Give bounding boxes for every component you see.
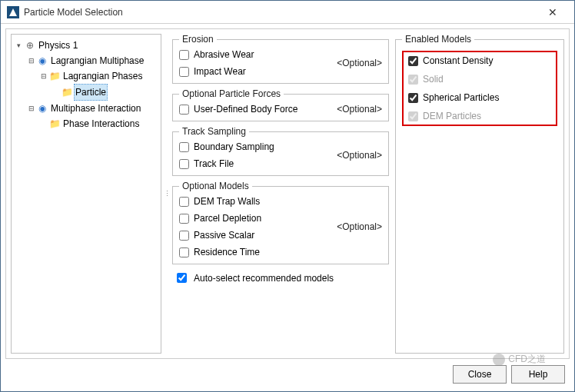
expander-icon[interactable]: ⊟ (27, 105, 35, 113)
chk-label: Constant Density (423, 55, 493, 66)
optional-tag: <Optional> (332, 221, 382, 232)
folder-icon: 📁 (61, 85, 72, 100)
chk-label: Boundary Sampling (194, 141, 274, 152)
chk-label: Abrasive Wear (194, 49, 254, 60)
checkbox[interactable] (179, 247, 189, 257)
expander-icon[interactable]: ⊟ (39, 72, 48, 81)
button-label: Help (529, 369, 548, 380)
chk-impact-wear[interactable]: Impact Wear (179, 66, 332, 77)
chk-label: User-Defined Body Force (194, 104, 297, 115)
checkbox[interactable] (179, 214, 189, 224)
chk-dem-particles: DEM Particles (408, 111, 551, 121)
group-optional-models: Optional Models DEM Trap Walls Parcel De… (172, 181, 389, 264)
chk-residence-time[interactable]: Residence Time (179, 247, 332, 257)
dialog-window: Particle Model Selection ✕ ▾ ⊕ Physics 1 (0, 0, 575, 392)
chk-solid: Solid (408, 74, 551, 85)
target-icon: ◉ (37, 53, 48, 68)
button-row: Close Help (5, 364, 570, 387)
chk-label: DEM Trap Walls (194, 196, 260, 207)
checkbox[interactable] (177, 273, 187, 283)
window-title: Particle Model Selection (24, 7, 537, 18)
close-button[interactable]: Close (453, 365, 507, 384)
chk-abrasive-wear[interactable]: Abrasive Wear (179, 49, 332, 60)
checkbox[interactable] (408, 93, 418, 103)
expander-icon[interactable]: ⊟ (27, 57, 35, 65)
content-area: ▾ ⊕ Physics 1 ⊟ ◉ Lagrangian Multiphase (1, 24, 574, 391)
group-track-sampling: Track Sampling Boundary Sampling Track F… (172, 126, 389, 176)
highlight-box: Constant Density Solid Spherical Particl… (402, 51, 557, 126)
checkbox[interactable] (179, 142, 189, 152)
folder-icon: 📁 (49, 68, 60, 84)
help-button[interactable]: Help (511, 365, 565, 384)
tree-label: Lagrangian Multiphase (49, 53, 145, 68)
chk-label: Solid (423, 74, 444, 85)
app-icon (7, 6, 19, 18)
group-legend: Track Sampling (179, 126, 249, 137)
button-label: Close (468, 369, 492, 380)
group-forces: Optional Particle Forces User-Defined Bo… (172, 88, 389, 121)
tree-item-phase-interactions[interactable]: 📁 Phase Interactions (39, 116, 159, 131)
tree-label: Phase Interactions (61, 116, 141, 131)
chk-label: Parcel Depletion (194, 213, 261, 224)
chk-label: Passive Scalar (194, 230, 254, 241)
spacer (39, 120, 48, 128)
splitter[interactable]: ⋮ (165, 34, 169, 354)
checkbox[interactable] (179, 159, 189, 169)
group-legend: Optional Models (179, 181, 252, 191)
chk-label: Track File (194, 158, 234, 169)
panels: ▾ ⊕ Physics 1 ⊟ ◉ Lagrangian Multiphase (5, 28, 570, 359)
globe-icon: ⊕ (25, 38, 35, 53)
checkbox[interactable] (179, 50, 189, 60)
chk-track-file[interactable]: Track File (179, 158, 332, 169)
chk-spherical-particles[interactable]: Spherical Particles (408, 92, 551, 103)
enabled-models-column: Enabled Models Constant Density Solid Sp… (395, 34, 564, 354)
group-legend: Enabled Models (402, 34, 474, 45)
tree-item-lagrangian-phases[interactable]: ⊟ 📁 Lagrangian Phases (39, 68, 159, 84)
optional-tag: <Optional> (332, 104, 382, 115)
titlebar: Particle Model Selection ✕ (1, 1, 574, 24)
svg-marker-0 (9, 8, 17, 16)
tree-label: Physics 1 (37, 38, 79, 53)
checkbox (408, 75, 418, 85)
optional-tag: <Optional> (332, 150, 382, 161)
chk-label: Residence Time (194, 247, 260, 257)
optional-tag: <Optional> (332, 58, 382, 68)
chk-auto-select[interactable]: Auto-select recommended models (172, 269, 389, 285)
tree-label: Multiphase Interaction (49, 101, 142, 116)
group-erosion: Erosion Abrasive Wear Impact Wear <Optio… (172, 34, 389, 84)
checkbox[interactable] (408, 56, 418, 66)
tree-label: Particle (74, 84, 108, 101)
tree-item-multiphase-interaction[interactable]: ⊟ ◉ Multiphase Interaction (27, 101, 159, 116)
checkbox[interactable] (179, 197, 189, 207)
window-close-button[interactable]: ✕ (537, 6, 568, 18)
grip-icon: ⋮ (164, 192, 171, 195)
tree-root[interactable]: ▾ ⊕ Physics 1 (15, 38, 159, 53)
expander-icon[interactable]: ▾ (15, 42, 23, 50)
chk-dem-trap-walls[interactable]: DEM Trap Walls (179, 196, 332, 207)
available-models-column: Erosion Abrasive Wear Impact Wear <Optio… (172, 34, 392, 354)
chk-label: DEM Particles (423, 111, 481, 121)
folder-icon: 📁 (49, 116, 60, 131)
chk-label: Impact Wear (194, 66, 246, 77)
target-icon: ◉ (37, 101, 48, 116)
chk-passive-scalar[interactable]: Passive Scalar (179, 230, 332, 241)
chk-constant-density[interactable]: Constant Density (408, 55, 551, 66)
group-enabled-models: Enabled Models Constant Density Solid Sp… (395, 34, 564, 354)
group-legend: Erosion (179, 34, 217, 45)
group-legend: Optional Particle Forces (179, 88, 284, 99)
tree-item-lagrangian-multiphase[interactable]: ⊟ ◉ Lagrangian Multiphase (27, 53, 159, 68)
checkbox[interactable] (179, 105, 189, 115)
chk-boundary-sampling[interactable]: Boundary Sampling (179, 141, 332, 152)
tree-item-particle[interactable]: 📁 Particle (52, 84, 159, 101)
checkbox (408, 111, 418, 121)
chk-parcel-depletion[interactable]: Parcel Depletion (179, 213, 332, 224)
tree-label: Lagrangian Phases (61, 68, 144, 84)
chk-user-defined-body-force[interactable]: User-Defined Body Force (179, 104, 332, 115)
chk-label: Auto-select recommended models (194, 273, 334, 284)
spacer (52, 88, 60, 97)
tree-panel: ▾ ⊕ Physics 1 ⊟ ◉ Lagrangian Multiphase (11, 34, 161, 354)
chk-label: Spherical Particles (423, 92, 499, 103)
checkbox[interactable] (179, 67, 189, 77)
checkbox[interactable] (179, 231, 189, 241)
